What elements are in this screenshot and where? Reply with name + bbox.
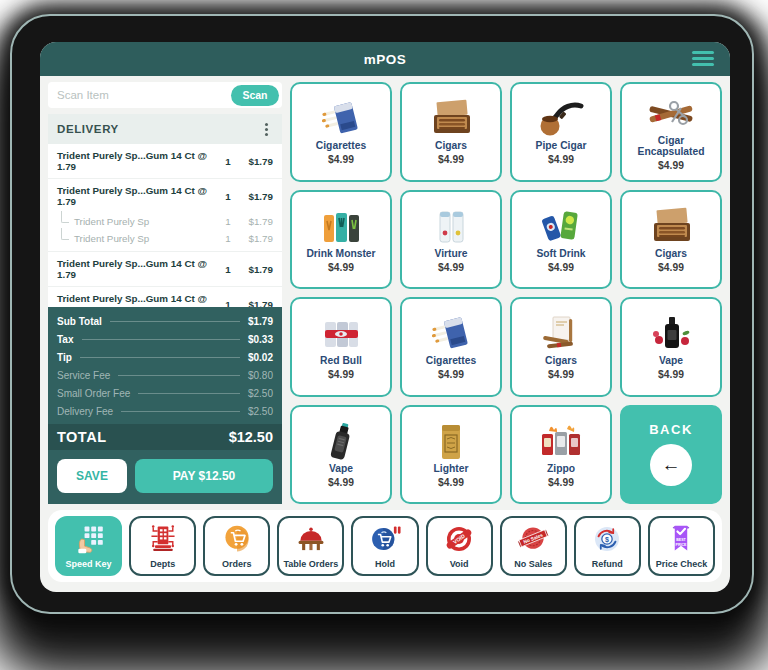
product-price: $4.99 [658, 369, 684, 380]
total-value: $2.50 [248, 406, 273, 417]
orders-button[interactable]: Orders [203, 516, 270, 576]
void-stamp-icon: VOID [442, 523, 476, 559]
product-card[interactable]: Lighter $4.99 [400, 405, 502, 505]
product-price: $4.99 [548, 369, 574, 380]
product-price: $4.99 [328, 154, 354, 165]
leader-line [121, 411, 240, 412]
depts-button[interactable]: Depts [129, 516, 196, 576]
product-name: Cigar Encapsulated [624, 135, 718, 158]
table-cloche-icon [294, 523, 328, 559]
svg-text:BEST: BEST [677, 538, 687, 542]
tool-label: Void [450, 560, 469, 569]
item-name: Trident Purely Sp [74, 216, 219, 227]
product-card[interactable]: Zippo $4.99 [510, 405, 612, 505]
product-card[interactable]: Cigar Encapsulated $4.99 [620, 82, 722, 182]
product-name: Drink Monster [306, 248, 375, 260]
total-label: Tax [57, 334, 74, 345]
zippo-set-icon [535, 421, 587, 463]
leader-line [110, 321, 240, 322]
product-card[interactable]: Cigars $4.99 [620, 190, 722, 290]
refund-dollar-icon: $ [590, 523, 624, 559]
product-name: Red Bull [320, 355, 362, 367]
product-card[interactable]: Pipe Cigar $4.99 [510, 82, 612, 182]
product-name: Vape [329, 463, 353, 475]
app-bar: mPOS [40, 42, 730, 76]
total-label: Tip [57, 352, 72, 363]
total-label: Small Order Fee [57, 388, 130, 399]
hold-cart-icon [368, 523, 402, 559]
product-card[interactable]: Cigars $4.99 [400, 82, 502, 182]
save-button[interactable]: SAVE [57, 459, 127, 493]
product-price: $4.99 [328, 477, 354, 488]
order-subitem-row[interactable]: Trident Purely Sp 1 $1.79 [48, 230, 282, 247]
kebab-menu-icon[interactable] [259, 121, 273, 138]
product-card[interactable]: Vape $4.99 [290, 405, 392, 505]
order-item-row[interactable]: Trident Purely Sp...Gum 14 Ct @ 1.79 1 $… [48, 179, 282, 213]
product-card[interactable]: Vape $4.99 [620, 297, 722, 397]
product-card[interactable]: Soft Drink $4.99 [510, 190, 612, 290]
total-label: Delivery Fee [57, 406, 113, 417]
scan-button[interactable]: Scan [231, 85, 279, 106]
tool-label: Table Orders [283, 560, 338, 569]
product-card[interactable]: Cigarettes $4.99 [290, 82, 392, 182]
product-card[interactable]: Drink Monster $4.99 [290, 190, 392, 290]
product-card[interactable]: Virture $4.99 [400, 190, 502, 290]
total-value: $0.33 [248, 334, 273, 345]
total-value: $0.80 [248, 370, 273, 381]
back-label: BACK [649, 422, 693, 437]
item-name: Trident Purely Sp...Gum 14 Ct @ 1.79 [57, 293, 219, 307]
total-label: Sub Total [57, 316, 102, 327]
no-sales-button[interactable]: No Sales No Sales [500, 516, 567, 576]
item-price: $1.79 [237, 264, 273, 275]
hamburger-menu-icon[interactable] [692, 51, 714, 69]
total-value: $0.02 [248, 352, 273, 363]
product-price: $4.99 [438, 369, 464, 380]
grand-total-label: TOTAL [57, 429, 229, 445]
order-item-row[interactable]: Trident Purely Sp...Gum 14 Ct @ 1.79 1 $… [48, 144, 282, 179]
cigarette-pack-icon [315, 98, 367, 140]
item-qty: 1 [219, 216, 237, 227]
product-price: $4.99 [438, 477, 464, 488]
total-row-subtotal: Sub Total $1.79 [48, 307, 282, 331]
total-label: Service Fee [57, 370, 110, 381]
order-subitem-row[interactable]: Trident Purely Sp 1 $1.79 [48, 213, 282, 230]
order-type-label: DELIVERY [57, 123, 259, 135]
cigar-box-icon [645, 206, 697, 248]
price-check-ribbon-icon: BESTPRICE [664, 523, 698, 559]
product-name: Cigarettes [316, 140, 366, 152]
table-orders-button[interactable]: Table Orders [277, 516, 344, 576]
item-price: $1.79 [237, 299, 273, 307]
refund-button[interactable]: $ Refund [574, 516, 641, 576]
app-title: mPOS [364, 52, 407, 67]
product-card[interactable]: Red Bull $4.99 [290, 297, 392, 397]
product-name: Pipe Cigar [536, 140, 587, 152]
order-item-row[interactable]: Trident Purely Sp...Gum 14 Ct @ 1.79 1 $… [48, 287, 282, 307]
product-name: Cigars [545, 355, 577, 367]
energy-cans-icon [315, 206, 367, 248]
hold-button[interactable]: Hold [351, 516, 418, 576]
order-items-list: Trident Purely Sp...Gum 14 Ct @ 1.79 1 $… [48, 144, 282, 307]
product-card[interactable]: Cigarettes $4.99 [400, 297, 502, 397]
speed-key-button[interactable]: Speed Key [55, 516, 122, 576]
price-check-button[interactable]: BESTPRICE Price Check [648, 516, 715, 576]
total-row-delivery-fee: Delivery Fee $2.50 [48, 402, 282, 420]
tool-label: Orders [222, 560, 252, 569]
tool-label: Hold [375, 560, 395, 569]
grand-total-band: TOTAL $12.50 [48, 424, 282, 450]
item-name: Trident Purely Sp...Gum 14 Ct @ 1.79 [57, 185, 219, 207]
order-item-row[interactable]: Trident Purely Sp...Gum 14 Ct @ 1.79 1 $… [48, 252, 282, 287]
product-price: $4.99 [438, 262, 464, 273]
cigar-cutter-icon [645, 93, 697, 135]
vape-bottle-icon [645, 313, 697, 355]
product-price: $4.99 [548, 154, 574, 165]
product-card[interactable]: Cigars $4.99 [510, 297, 612, 397]
pay-button[interactable]: PAY $12.50 [135, 459, 273, 493]
scan-input[interactable] [57, 89, 231, 101]
product-name: Virture [434, 248, 467, 260]
product-price: $4.99 [328, 369, 354, 380]
back-button[interactable]: BACK ← [620, 405, 722, 505]
item-qty: 1 [219, 191, 237, 202]
void-button[interactable]: VOID Void [426, 516, 493, 576]
bottom-toolbar: Speed Key Depts Orders Table Orders [48, 510, 722, 582]
product-name: Lighter [434, 463, 469, 475]
